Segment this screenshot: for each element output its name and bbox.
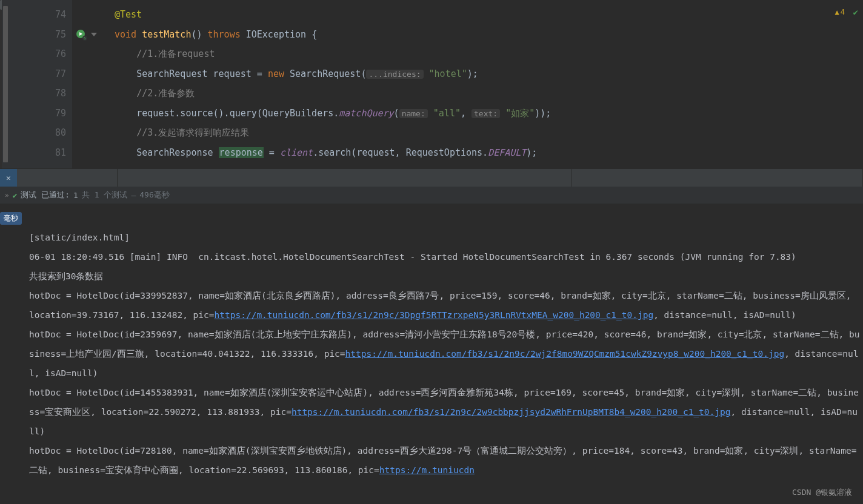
test-status-bar: » ✔ 测试 已通过: 1 共 1 个测试 – 496毫秒	[0, 187, 863, 204]
param-hint: text:	[471, 109, 500, 118]
watermark: CSDN @银氨溶液	[792, 487, 852, 498]
txt: );	[526, 147, 537, 158]
gutter: 74 75 76 77 78 79 80 81	[2, 0, 72, 168]
console-link[interactable]: https://m.tuniucdn.com/fb3/s1/2n9c/3Dpgf…	[215, 310, 654, 320]
console-line: [static/index.html]	[29, 233, 130, 242]
txt: ,	[461, 108, 471, 119]
line-number[interactable]: 74	[2, 5, 66, 25]
console-line: , distance=null, isAD=null)	[653, 310, 796, 320]
console-output[interactable]: [static/index.html] 06-01 18:20:49.516 […	[0, 204, 863, 504]
txt: ()	[191, 29, 207, 40]
test-passed-label: 测试 已通过:	[21, 190, 70, 201]
test-count: 1	[73, 191, 78, 200]
param-hint: name:	[399, 109, 428, 118]
console-link[interactable]: https://m.tuniucdn.com/fb3/s1/2n9c/2w9cb…	[292, 407, 731, 417]
code-editor: on 74 75 76 77 78 79 80 81 ↻ ▲4 ✔ @Test …	[0, 0, 863, 168]
test-total: 共 1 个测试	[82, 190, 127, 201]
txt: .search(	[313, 147, 356, 158]
line-number[interactable]: 77	[2, 64, 66, 84]
line-number[interactable]: 76	[2, 44, 66, 64]
txt: .source().query(QueryBuilders.	[175, 108, 339, 119]
string: "hotel"	[429, 68, 467, 79]
txt: request	[356, 147, 395, 158]
expand-icon[interactable]: »	[5, 191, 9, 199]
txt: SearchResponse	[136, 147, 218, 158]
code-content[interactable]: ▲4 ✔ @Test void testMatch() throws IOExc…	[72, 0, 863, 168]
comment: //2.准备参数	[136, 88, 195, 99]
close-tab-icon[interactable]: ✕	[0, 169, 17, 187]
kw: new	[268, 68, 290, 79]
method: matchQuery	[339, 108, 393, 119]
status-seg[interactable]	[118, 169, 572, 187]
status-seg[interactable]	[17, 169, 118, 187]
txt: SearchRequest(	[290, 68, 366, 79]
txt	[500, 108, 505, 119]
console-link[interactable]: https://m.tuniucdn	[379, 465, 475, 475]
inspection-ok-icon[interactable]: ✔	[853, 2, 858, 22]
constant: DEFAULT	[488, 147, 526, 158]
txt	[424, 68, 429, 79]
txt: request	[213, 68, 252, 79]
line-number[interactable]: 79	[2, 104, 66, 124]
run-badge[interactable]: 毫秒	[0, 212, 22, 225]
comment: //1.准备request	[136, 48, 215, 59]
test-time: 496毫秒	[139, 190, 169, 201]
txt: SearchRequest	[136, 68, 213, 79]
kw: void	[115, 29, 142, 40]
string: "all"	[433, 108, 461, 119]
txt: =	[252, 68, 268, 79]
console-link[interactable]: https://m.tuniucdn.com/fb3/s1/2n9c/2wj2f…	[345, 349, 785, 359]
txt	[428, 108, 433, 119]
txt: {	[312, 29, 317, 40]
method-name: testMatch	[142, 29, 191, 40]
comment: //3.发起请求得到响应结果	[136, 127, 249, 138]
txt: RequestOptions.	[406, 147, 488, 158]
line-number[interactable]: 80	[2, 123, 66, 143]
annotation: @Test	[115, 9, 142, 20]
status-seg[interactable]	[572, 169, 863, 187]
warning-badge[interactable]: ▲4	[835, 2, 845, 22]
check-icon: ✔	[13, 191, 18, 200]
fold-bar	[3, 6, 8, 162]
console-line: 共搜索到30条数据	[29, 271, 103, 281]
txt: IOException	[246, 29, 312, 40]
param-hint: ...indices:	[366, 70, 423, 79]
txt: );	[467, 68, 478, 79]
string: "如家"	[505, 108, 535, 119]
txt: ));	[535, 108, 551, 119]
kw: throws	[208, 29, 246, 40]
line-number[interactable]: 75	[2, 25, 66, 45]
highlighted-var: response	[219, 147, 264, 158]
console-line: 06-01 18:20:49.516 [main] INFO cn.itcast…	[29, 252, 796, 262]
status-strip: ✕	[0, 168, 863, 187]
field: client	[280, 147, 313, 158]
line-number[interactable]: 78	[2, 84, 66, 104]
sep: –	[131, 191, 136, 200]
txt: (	[394, 108, 399, 119]
txt: =	[264, 147, 280, 158]
txt: ,	[395, 147, 406, 158]
txt: request	[136, 108, 175, 119]
line-number[interactable]: 81	[2, 143, 66, 163]
